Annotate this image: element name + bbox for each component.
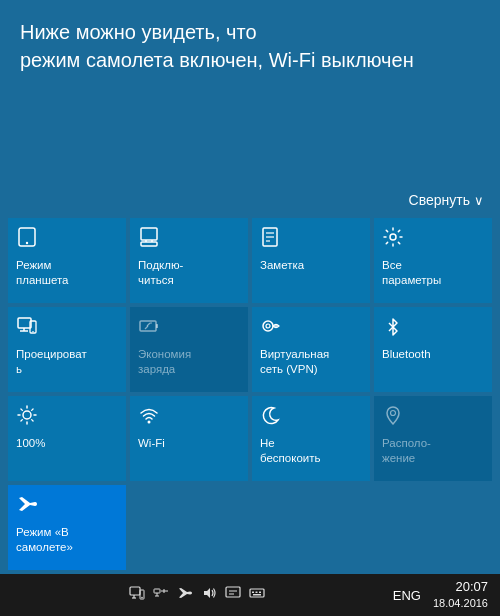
tile-label: Заметка (260, 258, 304, 273)
vpn-icon (260, 315, 282, 341)
tile-all-settings[interactable]: Всепараметры (374, 218, 492, 303)
taskbar-date: 18.04.2016 (433, 596, 488, 611)
taskbar-network-icon[interactable] (153, 585, 169, 605)
tiles-grid: Режимпланшета Подклю-читься (0, 214, 500, 574)
taskbar: ENG 20:07 18.04.2016 (0, 574, 500, 616)
svg-rect-51 (259, 592, 261, 594)
note-icon (260, 226, 282, 252)
location-icon (382, 404, 404, 430)
header-text: Ниже можно увидеть, что режим самолета в… (0, 0, 500, 84)
collapse-bar[interactable]: Свернуть ∨ (0, 186, 500, 214)
airplane-icon (16, 493, 38, 519)
svg-line-29 (21, 409, 22, 410)
settings-icon (382, 226, 404, 252)
svg-point-10 (390, 234, 396, 240)
tile-brightness[interactable]: 100% (8, 396, 126, 481)
svg-rect-50 (256, 592, 258, 594)
tile-label: Небеспокоить (260, 436, 320, 466)
taskbar-keyboard-icon[interactable] (249, 585, 265, 605)
tile-label: Режимпланшета (16, 258, 68, 288)
svg-line-18 (147, 323, 150, 326)
svg-point-23 (266, 324, 270, 328)
tile-vpn[interactable]: Виртуальнаясеть (VPN) (252, 307, 370, 392)
taskbar-clock[interactable]: 20:07 18.04.2016 (433, 578, 492, 612)
svg-rect-35 (130, 587, 140, 595)
tile-label: Располо-жение (382, 436, 431, 466)
svg-point-24 (23, 411, 31, 419)
bluetooth-icon (382, 315, 404, 341)
svg-rect-45 (226, 587, 240, 597)
tile-connect[interactable]: Подклю-читься (130, 218, 248, 303)
svg-rect-11 (18, 318, 31, 328)
project-icon (16, 315, 38, 341)
tile-project[interactable]: Проецировать (8, 307, 126, 392)
svg-line-19 (145, 326, 148, 329)
tile-label: Экономиязаряда (138, 347, 191, 377)
svg-point-1 (26, 242, 28, 244)
svg-rect-52 (253, 594, 261, 596)
wifi-icon (138, 404, 160, 430)
tile-label: Wi-Fi (138, 436, 165, 451)
tile-tablet-mode[interactable]: Режимпланшета (8, 218, 126, 303)
tile-note[interactable]: Заметка (252, 218, 370, 303)
chevron-down-icon: ∨ (474, 193, 484, 208)
tile-label: Подклю-читься (138, 258, 183, 288)
tile-location[interactable]: Располо-жение (374, 396, 492, 481)
tile-label: Проецировать (16, 347, 87, 377)
svg-point-39 (142, 597, 144, 599)
tile-label: Bluetooth (382, 347, 431, 362)
tile-label: Режим «Всамолете» (16, 525, 73, 555)
taskbar-airplane-icon[interactable] (177, 585, 193, 605)
taskbar-icons (8, 585, 387, 605)
tile-label: Виртуальнаясеть (VPN) (260, 347, 329, 377)
action-center: Свернуть ∨ Режимпланшета (0, 84, 500, 574)
tile-bluetooth[interactable]: Bluetooth (374, 307, 492, 392)
tile-airplane-mode[interactable]: Режим «Всамолете» (8, 485, 126, 570)
collapse-label: Свернуть (409, 192, 470, 208)
svg-point-34 (391, 411, 396, 416)
tile-wifi[interactable]: Wi-Fi (130, 396, 248, 481)
svg-line-30 (32, 420, 33, 421)
tile-quiet-hours[interactable]: Небеспокоить (252, 396, 370, 481)
svg-line-32 (21, 420, 22, 421)
svg-point-21 (263, 321, 273, 331)
taskbar-volume-icon[interactable] (201, 585, 217, 605)
taskbar-time: 20:07 (455, 578, 488, 596)
svg-point-33 (148, 421, 151, 424)
quiet-hours-icon (260, 404, 282, 430)
connect-icon (138, 226, 160, 252)
svg-rect-49 (252, 592, 254, 594)
svg-line-31 (32, 409, 33, 410)
language-indicator[interactable]: ENG (393, 588, 421, 603)
tile-battery-saver[interactable]: Экономиязаряда (130, 307, 248, 392)
header-line2: режим самолета включен, Wi-Fi выключен (20, 46, 480, 74)
svg-rect-17 (156, 324, 158, 328)
header-line1: Ниже можно увидеть, что (20, 18, 480, 46)
tile-label: 100% (16, 436, 45, 451)
taskbar-chat-icon[interactable] (225, 585, 241, 605)
tile-label: Всепараметры (382, 258, 441, 288)
tablet-mode-icon (16, 226, 38, 252)
svg-rect-3 (141, 242, 157, 246)
battery-saver-icon (138, 315, 160, 341)
svg-rect-2 (141, 228, 157, 240)
svg-rect-40 (154, 589, 160, 593)
brightness-icon (16, 404, 38, 430)
taskbar-monitor-icon[interactable] (129, 585, 145, 605)
